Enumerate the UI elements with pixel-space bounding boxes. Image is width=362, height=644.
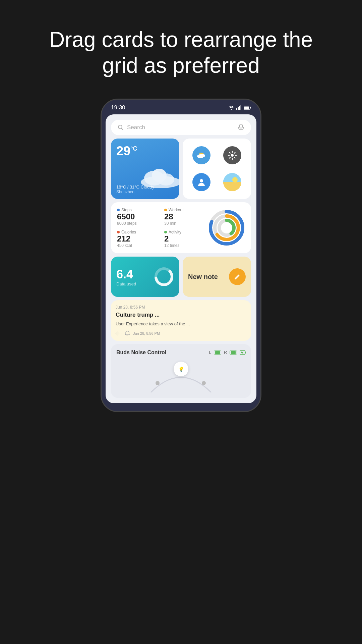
svg-rect-33 — [118, 331, 118, 336]
calories-value: 212 — [117, 234, 158, 243]
calories-sub: 450 kcal — [117, 243, 158, 248]
calories-metric: Calories 212 450 kcal — [117, 230, 158, 248]
svg-rect-2 — [239, 106, 240, 110]
workout-sub: 30 min — [164, 221, 205, 226]
activity-ring-chart — [208, 209, 245, 246]
weather-city: Shenzhen — [116, 190, 154, 194]
steps-sub: 8000 steps — [117, 221, 158, 226]
phone-content: Search 29°C — [106, 114, 256, 403]
left-label: L — [209, 350, 212, 355]
news-footer-time: Jun 28, 8:56 PM — [133, 331, 160, 335]
news-excerpt: User Experience takes a view of the ... — [116, 321, 246, 327]
audio-wave-icon — [116, 331, 122, 336]
wifi-icon — [228, 105, 234, 110]
svg-rect-36 — [121, 333, 121, 334]
svg-point-22 — [232, 177, 238, 182]
svg-line-8 — [122, 128, 123, 130]
note-edit-button[interactable] — [229, 268, 246, 285]
app-icon-weather[interactable] — [192, 146, 210, 164]
cancel-icon — [240, 350, 246, 355]
right-label: R — [224, 350, 227, 355]
calories-dot — [117, 231, 120, 233]
fitness-card: Steps 6500 8000 steps Workout 28 30 min — [111, 202, 251, 254]
weather-temperature: 29°C — [116, 144, 174, 158]
svg-rect-6 — [244, 106, 249, 109]
svg-rect-5 — [250, 107, 251, 108]
weather-apps-row: 29°C 18°C / 31°C Cloudy Shenzhen — [111, 139, 251, 199]
svg-rect-32 — [117, 332, 117, 335]
app-icon-settings[interactable] — [223, 146, 241, 164]
workout-value: 28 — [164, 212, 205, 221]
status-icons — [228, 105, 251, 110]
news-title: Culture trump ... — [116, 312, 246, 318]
svg-point-41 — [156, 381, 160, 385]
page-headline: Drag cards to rearrange the grid as pref… — [44, 27, 318, 78]
news-date: Jun 28, 8:56 PM — [116, 305, 246, 310]
steps-metric: Steps 6500 8000 steps — [117, 208, 158, 226]
steps-value: 6500 — [117, 212, 158, 221]
activity-metric: Activity 2 12 times — [164, 230, 205, 248]
svg-point-42 — [202, 381, 206, 385]
buds-visual: 💡 — [116, 359, 246, 392]
activity-sub: 12 times — [164, 243, 205, 248]
note-label: New note — [188, 273, 218, 281]
data-info: 6.4 Data used — [116, 267, 136, 286]
svg-rect-35 — [120, 333, 120, 334]
svg-rect-20 — [223, 173, 241, 182]
data-note-row: 6.4 Data used New note — [111, 257, 251, 297]
activity-dot — [164, 231, 167, 233]
status-bar: 19:30 — [102, 100, 260, 114]
activity-label: Activity — [169, 230, 181, 234]
svg-rect-3 — [240, 105, 241, 110]
buds-title: Buds Noise Control — [116, 350, 166, 356]
buds-arc-svg: 💡 — [144, 359, 218, 392]
calories-label: Calories — [121, 230, 136, 234]
data-label: Data used — [116, 281, 136, 286]
news-footer: Jun 28, 8:56 PM — [116, 331, 246, 336]
buds-battery-indicators: L R — [209, 350, 246, 355]
fitness-data: Steps 6500 8000 steps Workout 28 30 min — [117, 208, 205, 248]
search-icon — [118, 124, 124, 130]
left-battery-icon — [214, 351, 221, 355]
svg-rect-34 — [119, 332, 119, 335]
news-row: Jun 28, 8:56 PM Culture trump ... User E… — [111, 300, 251, 340]
svg-rect-31 — [116, 333, 116, 334]
signal-icon — [236, 105, 242, 110]
weather-info: 18°C / 31°C Cloudy Shenzhen — [116, 184, 154, 194]
activity-value: 2 — [164, 234, 205, 243]
svg-point-17 — [200, 154, 205, 157]
app-icon-user[interactable] — [192, 173, 210, 191]
buds-header: Buds Noise Control L R — [116, 350, 246, 356]
workout-metric: Workout 28 30 min — [164, 208, 205, 226]
search-bar[interactable]: Search — [111, 120, 251, 135]
svg-rect-21 — [223, 182, 241, 191]
news-card[interactable]: Jun 28, 8:56 PM Culture trump ... User E… — [111, 300, 251, 340]
weather-card[interactable]: 29°C 18°C / 31°C Cloudy Shenzhen — [111, 139, 179, 199]
data-donut-chart — [154, 267, 174, 287]
data-usage-card[interactable]: 6.4 Data used — [111, 257, 179, 297]
workout-label: Workout — [169, 208, 183, 212]
svg-point-19 — [200, 179, 203, 182]
svg-rect-9 — [240, 124, 242, 128]
svg-rect-0 — [236, 108, 237, 110]
right-battery-icon — [230, 351, 237, 355]
steps-label: Steps — [121, 208, 132, 212]
svg-text:💡: 💡 — [178, 367, 184, 372]
data-value: 6.4 — [116, 267, 136, 281]
search-placeholder: Search — [127, 124, 234, 131]
bell-icon — [125, 331, 130, 336]
status-time: 19:30 — [111, 104, 125, 111]
new-note-card[interactable]: New note — [183, 257, 251, 297]
svg-point-14 — [152, 169, 167, 182]
steps-dot — [117, 209, 120, 211]
microphone-icon[interactable] — [238, 124, 244, 131]
svg-point-18 — [231, 154, 234, 157]
svg-rect-1 — [238, 107, 239, 110]
buds-noise-control-card[interactable]: Buds Noise Control L R — [111, 344, 251, 398]
app-grid-card — [183, 139, 251, 199]
phone-frame: 19:30 — [101, 99, 261, 412]
app-icon-scenery[interactable] — [223, 173, 241, 191]
svg-rect-38 — [245, 352, 246, 354]
workout-dot — [164, 209, 167, 211]
weather-range: 18°C / 31°C Cloudy — [116, 184, 154, 190]
